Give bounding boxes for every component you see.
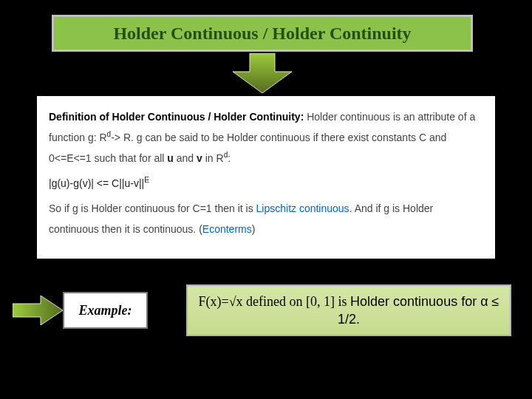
svg-marker-1	[13, 296, 63, 325]
lipschitz-link[interactable]: Lipschitz continuous	[256, 202, 349, 214]
definition-heading: Definition of Holder Continuous / Holder…	[49, 111, 304, 123]
definition-equation: |g(u)-g(v)| <= C||u-v||E	[49, 173, 483, 194]
formula-box: F(x)=√x defined on [0, 1] is Holder cont…	[186, 284, 511, 336]
formula-part1: F(x)=√x defined on [0, 1] is	[199, 294, 351, 309]
definition-line3c: )	[252, 223, 256, 235]
equation-sup: E	[144, 176, 149, 184]
econterms-link[interactable]: Econterms	[202, 223, 252, 235]
formula-part2: Holder continuous for α ≤ 1/2.	[338, 294, 499, 327]
definition-colon: :	[228, 152, 231, 164]
example-box: Example:	[63, 292, 148, 329]
definition-and: and	[174, 152, 197, 164]
definition-u: u	[167, 152, 174, 164]
definition-line3a: So if g is Holder continuous for C=1 the…	[49, 202, 256, 214]
title-text: Holder Continuous / Holder Continuity	[113, 24, 411, 44]
definition-inR: in R	[202, 152, 224, 164]
arrow-down-icon	[229, 53, 296, 94]
formula-text: F(x)=√x defined on [0, 1] is Holder cont…	[197, 293, 501, 329]
svg-marker-0	[233, 53, 292, 93]
definition-card: Definition of Holder Continuous / Holder…	[37, 96, 495, 259]
arrow-right-icon	[13, 294, 64, 327]
definition-paragraph-1: Definition of Holder Continuous / Holder…	[49, 106, 483, 168]
equation-text: |g(u)-g(v)| <= C||u-v||	[49, 177, 144, 189]
example-label: Example:	[79, 303, 132, 318]
title-box: Holder Continuous / Holder Continuity	[52, 15, 473, 52]
definition-paragraph-2: So if g is Holder continuous for C=1 the…	[49, 198, 483, 239]
definition-v: v	[197, 152, 202, 164]
